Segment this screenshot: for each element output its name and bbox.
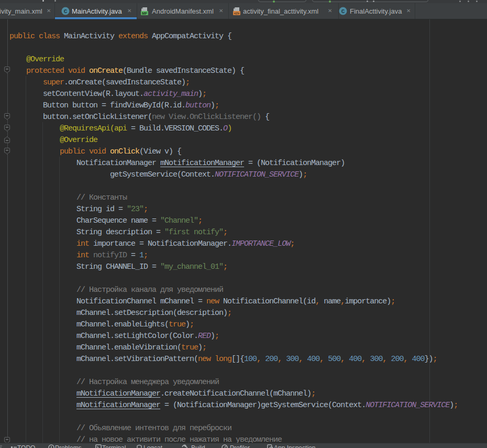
svg-text:C: C [341, 8, 345, 15]
svg-text:MF: MF [142, 12, 148, 15]
svg-text:C: C [64, 8, 68, 15]
svg-text:</>: </> [234, 12, 239, 15]
